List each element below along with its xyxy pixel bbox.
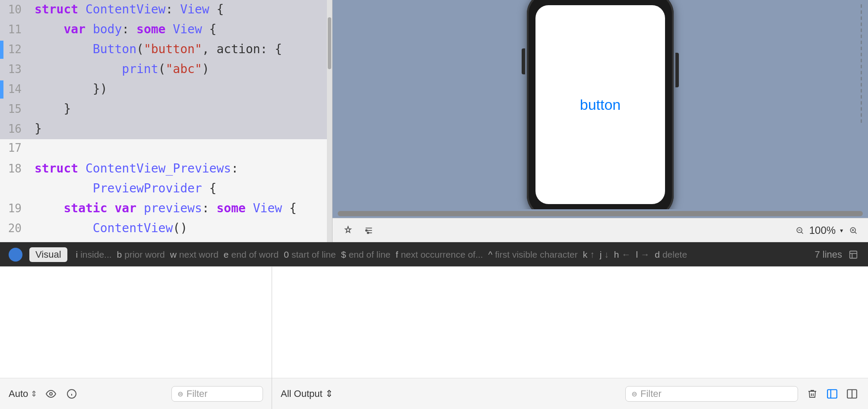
eye-icon[interactable]	[44, 387, 58, 401]
code-line[interactable]: 12 Button("button", action: {	[0, 40, 332, 60]
zoom-in-button[interactable]	[847, 224, 859, 236]
code-line[interactable]: 17	[0, 139, 332, 159]
phone-frame: button	[527, 0, 674, 209]
scroll-dot	[861, 29, 862, 32]
zoom-out-button[interactable]	[794, 224, 806, 236]
scroll-dot	[861, 95, 862, 99]
zoom-controls: 100% ▾	[794, 224, 859, 236]
status-icon-btn[interactable]	[847, 249, 859, 261]
status-right: 7 lines	[814, 249, 859, 261]
scroll-thumb[interactable]	[328, 17, 331, 69]
scroll-dot	[861, 113, 862, 117]
scroll-dot	[861, 16, 862, 20]
scroll-dot	[861, 35, 862, 38]
bottom-left-toolbar: Auto ⇕ ⊜ Filter	[0, 378, 272, 409]
auto-arrow-icon: ⇕	[31, 389, 37, 399]
code-line[interactable]: 13 print("abc")	[0, 60, 332, 80]
code-line[interactable]: 10struct ContentView: View {	[0, 0, 332, 20]
status-desc: first visible character	[495, 249, 577, 260]
code-line[interactable]: PreviewProvider {	[0, 179, 332, 199]
filter-box-right[interactable]: ⊜ Filter	[625, 386, 798, 402]
phone-container: button	[333, 0, 868, 209]
code-line[interactable]: 19 static var previews: some View {	[0, 199, 332, 219]
status-desc: inside...	[80, 249, 111, 260]
phone-button-label[interactable]: button	[580, 96, 621, 113]
settings-icon[interactable]	[362, 224, 376, 237]
scroll-dot	[861, 119, 862, 123]
status-desc: next word	[179, 249, 219, 260]
code-lines: 10struct ContentView: View {11 var body:…	[0, 0, 332, 242]
status-key: f	[396, 249, 398, 260]
code-line[interactable]: 16}	[0, 119, 332, 139]
status-key: 0	[284, 249, 289, 260]
scroll-dot	[861, 47, 862, 50]
line-code: })	[30, 80, 332, 99]
status-items: i inside... b prior word w next word e e…	[76, 249, 815, 260]
main-area: 10struct ContentView: View {11 var body:…	[0, 0, 868, 242]
filter-text-right: Filter	[640, 388, 662, 399]
status-key: h	[614, 249, 619, 260]
phone-side-button-left	[522, 48, 525, 74]
pin-icon[interactable]	[341, 224, 355, 237]
all-output-label: All Output	[281, 388, 323, 399]
svg-line-7	[801, 232, 803, 233]
status-desc: ↓	[604, 249, 609, 260]
info-icon[interactable]	[65, 387, 79, 401]
preview-panel: button	[333, 0, 868, 242]
all-output-arrow: ⇕	[325, 388, 333, 399]
scroll-track[interactable]	[327, 0, 332, 242]
line-indicator	[0, 41, 3, 59]
line-code: }	[30, 239, 332, 242]
bottom-right-panel: All Output ⇕ ⊜ Filter	[272, 267, 868, 409]
auto-selector[interactable]: Auto ⇕	[9, 388, 37, 399]
svg-rect-12	[850, 251, 857, 258]
status-key: l	[636, 249, 638, 260]
code-line[interactable]: 20 ContentView()	[0, 219, 332, 239]
mode-indicator-dot	[9, 248, 22, 262]
status-bar: Visual i inside... b prior word w next w…	[0, 242, 868, 266]
scroll-dot	[861, 101, 862, 105]
mode-badge[interactable]: Visual	[29, 247, 67, 262]
line-code: PreviewProvider {	[30, 179, 332, 198]
all-output-selector[interactable]: All Output ⇕	[281, 388, 333, 399]
status-desc: prior word	[124, 249, 165, 260]
bottom-left-panel: Auto ⇕ ⊜ Filter	[0, 267, 272, 409]
line-indicator	[0, 80, 3, 99]
status-key: b	[117, 249, 122, 260]
line-number: 13	[0, 61, 30, 79]
rt-icons	[805, 387, 859, 401]
code-line[interactable]: 21 }	[0, 239, 332, 242]
phone-side-button-right	[675, 53, 679, 87]
code-line[interactable]: 18struct ContentView_Previews:	[0, 159, 332, 179]
code-line[interactable]: 11 var body: some View {	[0, 20, 332, 40]
status-key: e	[224, 249, 229, 260]
svg-point-4	[367, 232, 369, 233]
line-code: struct ContentView: View {	[30, 0, 332, 19]
status-key: k	[583, 249, 588, 260]
code-content: 10struct ContentView: View {11 var body:…	[0, 0, 332, 242]
preview-scroll-dots	[858, 0, 865, 209]
bottom-area: Auto ⇕ ⊜ Filter	[0, 266, 868, 409]
code-line[interactable]: 15 }	[0, 99, 332, 119]
trash-icon[interactable]	[805, 387, 820, 401]
status-key: j	[600, 249, 602, 260]
zoom-dropdown[interactable]: ▾	[839, 226, 844, 235]
split-view-icon[interactable]	[825, 387, 839, 401]
scroll-dot	[861, 41, 862, 44]
line-code: }	[30, 99, 332, 119]
scroll-dot	[861, 53, 862, 56]
line-code: print("abc")	[30, 60, 332, 79]
status-desc: ←	[622, 249, 631, 260]
preview-toolbar: 100% ▾	[333, 218, 868, 242]
svg-rect-19	[827, 390, 837, 398]
status-desc: next occurrence of...	[401, 249, 483, 260]
scroll-dot	[861, 83, 862, 86]
expand-icon[interactable]	[845, 387, 859, 401]
lines-count: 7 lines	[814, 249, 842, 260]
line-number: 21	[0, 240, 30, 242]
code-line[interactable]: 14 })	[0, 80, 332, 99]
scroll-dot	[861, 22, 862, 26]
preview-scrollbar[interactable]	[338, 211, 863, 216]
scroll-dot	[861, 77, 862, 80]
filter-box-left[interactable]: ⊜ Filter	[171, 386, 263, 402]
